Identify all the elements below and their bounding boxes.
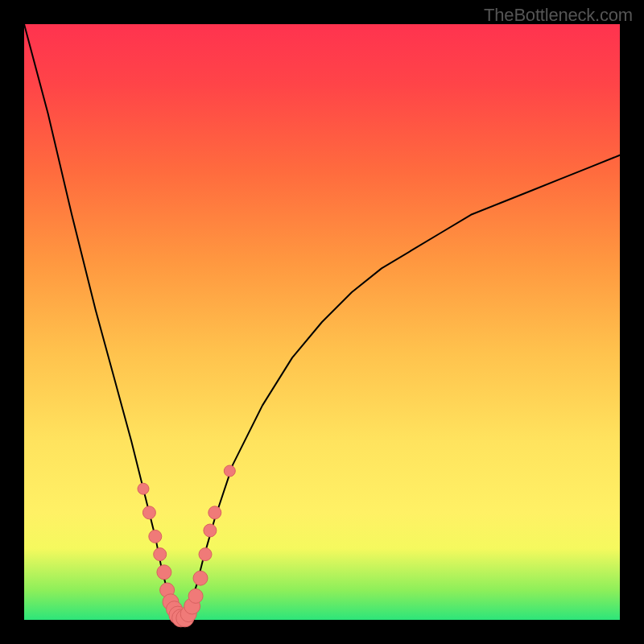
watermark-text: TheBottleneck.com	[484, 5, 633, 26]
data-marker	[142, 506, 155, 519]
data-marker	[193, 571, 208, 585]
data-marker	[149, 530, 162, 543]
data-marker	[208, 506, 221, 519]
data-marker	[188, 588, 203, 603]
curve-path	[24, 24, 620, 620]
data-marker	[138, 483, 149, 494]
bottleneck-curve	[24, 24, 620, 620]
marker-cluster	[138, 465, 235, 627]
chart-frame: TheBottleneck.com	[0, 0, 644, 644]
data-marker	[154, 548, 167, 561]
curve-layer	[24, 24, 620, 620]
plot-area	[24, 24, 620, 620]
data-marker	[199, 548, 212, 561]
data-marker	[157, 565, 171, 580]
data-marker	[204, 524, 217, 537]
data-marker	[224, 465, 235, 477]
